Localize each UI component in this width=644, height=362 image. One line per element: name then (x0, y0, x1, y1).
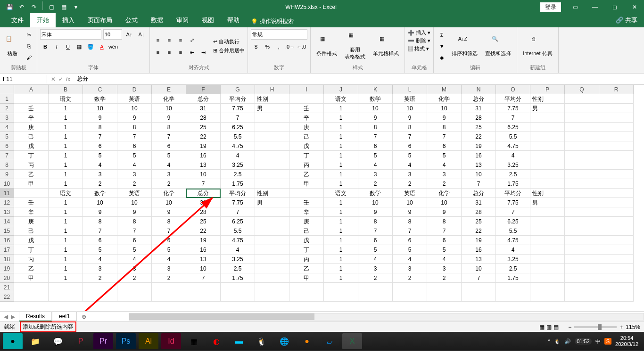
cell[interactable] (565, 189, 599, 198)
cell[interactable] (530, 264, 565, 273)
cell[interactable] (599, 151, 634, 160)
cell[interactable]: 甲 (289, 273, 324, 283)
cell[interactable]: 6 (358, 236, 393, 245)
cell[interactable]: 6 (427, 236, 462, 245)
orientation-icon[interactable]: ⤢ (187, 35, 197, 45)
cell[interactable] (530, 132, 565, 141)
cell[interactable]: 4 (117, 255, 152, 264)
cell[interactable]: 7 (221, 113, 255, 123)
cell[interactable] (599, 132, 634, 141)
cell[interactable]: 庚 (14, 217, 49, 226)
cell[interactable] (186, 292, 221, 302)
ribbon-options-icon[interactable]: ▭ (566, 0, 585, 14)
tab-insert[interactable]: 插入 (56, 13, 81, 27)
cell[interactable] (565, 198, 599, 207)
cell[interactable]: 男 (530, 198, 565, 207)
cell[interactable]: 6 (152, 236, 186, 245)
minimize-icon[interactable]: — (586, 0, 604, 14)
col-header-H[interactable]: H (255, 85, 289, 94)
tab-help[interactable]: 帮助 (221, 13, 246, 27)
cell[interactable]: 9 (427, 113, 462, 123)
cell[interactable] (565, 217, 599, 226)
cell[interactable] (255, 264, 289, 273)
internet-fax-button[interactable]: 🖨Internet 传真 (520, 35, 555, 58)
cell[interactable]: 1 (49, 170, 83, 179)
cell[interactable]: 10 (393, 198, 427, 207)
cell[interactable]: 1 (49, 198, 83, 207)
cell[interactable]: 9 (358, 207, 393, 217)
cell[interactable]: 16 (462, 245, 496, 255)
cell[interactable] (530, 207, 565, 217)
cell[interactable]: 男 (255, 198, 289, 207)
cell[interactable] (358, 292, 393, 302)
cell[interactable]: 数学 (358, 94, 393, 104)
cell[interactable]: 6 (152, 141, 186, 151)
cell[interactable]: 9 (152, 113, 186, 123)
fill-color-icon[interactable]: 🪣 (85, 41, 96, 52)
align-mid-icon[interactable]: ≡ (164, 35, 174, 45)
cell[interactable]: 8 (117, 217, 152, 226)
cell[interactable]: 乙 (14, 170, 49, 179)
cell[interactable] (255, 236, 289, 245)
cell[interactable] (83, 283, 117, 292)
cell[interactable]: 10 (427, 198, 462, 207)
decrease-font-icon[interactable]: A↓ (136, 29, 147, 40)
cell[interactable]: 6 (358, 141, 393, 151)
cell[interactable]: 2 (83, 273, 117, 283)
cell[interactable]: 4.75 (496, 141, 530, 151)
cell[interactable]: 1 (324, 226, 358, 236)
cell[interactable]: 6.25 (221, 123, 255, 132)
cell[interactable]: 己 (289, 132, 324, 141)
cell[interactable]: 化学 (427, 189, 462, 198)
underline-button[interactable]: U (63, 41, 73, 52)
cell[interactable] (255, 292, 289, 302)
cell[interactable]: 数学 (83, 189, 117, 198)
row-header[interactable]: 20 (0, 273, 14, 283)
percent-icon[interactable]: % (262, 41, 272, 52)
cell[interactable]: 3.25 (221, 255, 255, 264)
cell[interactable]: 4.75 (496, 236, 530, 245)
sheet-nav-prev-icon[interactable]: ◀ (4, 313, 8, 320)
cell[interactable]: 22 (462, 226, 496, 236)
cell[interactable] (530, 113, 565, 123)
cell[interactable]: 戊 (14, 236, 49, 245)
cell[interactable] (599, 292, 634, 302)
cell[interactable] (289, 292, 324, 302)
cell[interactable]: 1.75 (221, 273, 255, 283)
cell[interactable]: 6 (427, 141, 462, 151)
cell[interactable]: 10 (83, 104, 117, 113)
cell[interactable]: 庚 (14, 123, 49, 132)
cell[interactable] (565, 255, 599, 264)
cell[interactable]: 3.25 (221, 160, 255, 170)
tab-layout[interactable]: 页面布局 (81, 13, 119, 27)
taskbar-chrome-icon[interactable]: 🌐 (274, 333, 294, 349)
delete-cells-button[interactable]: ➖ 删除 ▾ (408, 37, 430, 44)
horizontal-scrollbar[interactable] (129, 313, 644, 321)
row-header[interactable]: 5 (0, 132, 14, 141)
cell[interactable] (49, 292, 83, 302)
cell[interactable]: 乙 (14, 264, 49, 273)
cell[interactable]: 5 (83, 151, 117, 160)
cell[interactable] (255, 141, 289, 151)
cell[interactable]: 5 (358, 151, 393, 160)
cell[interactable]: 化学 (152, 94, 186, 104)
cell[interactable]: 8 (83, 217, 117, 226)
name-box[interactable]: F11 (0, 75, 47, 83)
cell[interactable]: 1 (324, 113, 358, 123)
cell[interactable]: 10 (117, 104, 152, 113)
cell[interactable]: 7.75 (496, 104, 530, 113)
tab-home[interactable]: 开始 (30, 13, 56, 27)
font-color-icon[interactable]: A (97, 41, 107, 52)
cell[interactable]: 3 (393, 170, 427, 179)
cell[interactable]: 英语 (393, 94, 427, 104)
cell[interactable] (530, 151, 565, 160)
paste-button[interactable]: 📋 粘贴 (3, 35, 22, 58)
cell[interactable]: 乙 (289, 264, 324, 273)
col-header-O[interactable]: O (496, 85, 530, 94)
cell[interactable] (565, 226, 599, 236)
bold-button[interactable]: B (40, 41, 50, 52)
cell[interactable]: 22 (186, 226, 221, 236)
cell[interactable]: 7 (117, 226, 152, 236)
cell[interactable]: 16 (462, 151, 496, 160)
cell[interactable]: 19 (186, 141, 221, 151)
